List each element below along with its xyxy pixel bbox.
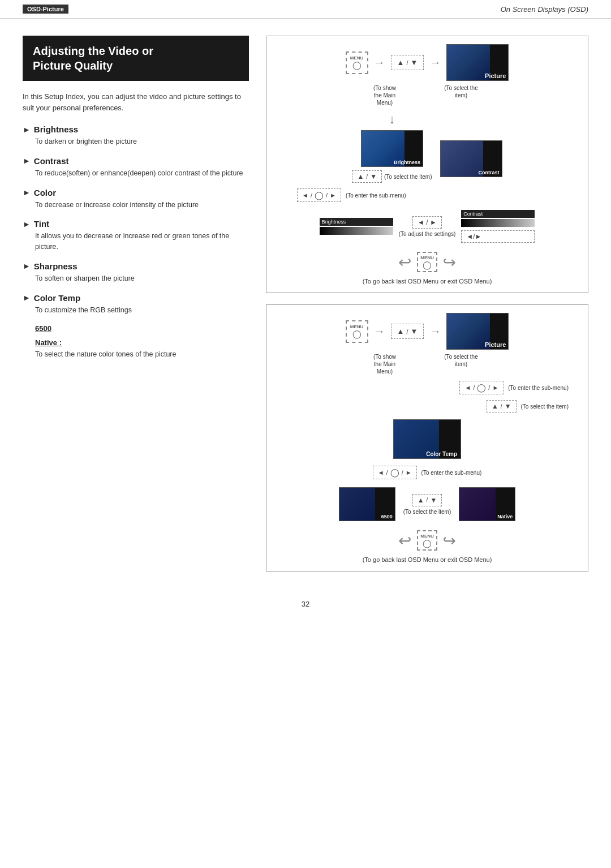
enter-sub-row-d2: ◄/ ◯ /► (To enter the sub-menu) xyxy=(274,381,580,394)
feature-brightness: ► Brightness To darken or brighten the p… xyxy=(23,124,249,147)
diag1-content: MENU ◯ → ▲/▼ → Picture xyxy=(274,44,580,285)
diag1-left-branch: ↓ Brightness ▲/▼ (To select t xyxy=(352,112,432,183)
feature-desc-brightness: To darken or brighten the picture xyxy=(23,136,249,147)
arrow-icon: ► xyxy=(23,125,31,134)
caption-enter-sub: (To enter the sub-menu) xyxy=(346,192,406,199)
feature-heading-color: ► Color xyxy=(23,188,249,197)
screen-native-col: Native xyxy=(459,487,515,521)
header-left: OSD-Picture xyxy=(23,5,68,14)
arrow-right-icon2: → xyxy=(429,56,441,69)
diag2-menu-col: MENU ◯ xyxy=(346,320,368,343)
diag2-content: MENU ◯ → ▲/▼ → Picture xyxy=(274,313,580,563)
feature-color: ► Color To decrease or increase color in… xyxy=(23,188,249,210)
brightness-bar-section: Brightness xyxy=(320,218,393,235)
diag1-captions-row: (To show the Main Menu) (To select the i… xyxy=(274,84,580,106)
feature-tint: ► Tint It allows you to decrease or incr… xyxy=(23,219,249,252)
feature-sharpness: ► Sharpness To soften or sharpen the pic… xyxy=(23,261,249,284)
contrast-bar-section: Contrast ◄ / ► xyxy=(461,210,535,243)
feature-heading-contrast: ► Contrast xyxy=(23,156,249,166)
nav-arrows-box: ▲/▼ xyxy=(391,55,424,70)
lr-arrows2: ◄ / ► xyxy=(461,230,535,243)
contrast-bar-label: Contrast xyxy=(461,210,535,218)
feature-desc-color: To decrease or increase color intensity … xyxy=(23,200,249,210)
diag1-menu-col: MENU ◯ xyxy=(346,51,368,74)
menu-button-icon2: MENU ◯ xyxy=(346,320,368,343)
caption-back: (To go back last OSD Menu or exit OSD Me… xyxy=(274,278,580,285)
feature-heading-color-temp: ► Color Temp xyxy=(23,293,249,303)
arrow-right-d2b: → xyxy=(429,325,441,338)
arrow-icon: ► xyxy=(23,220,31,229)
osd-badge: OSD-Picture xyxy=(23,5,68,14)
diagram-1: MENU ◯ → ▲/▼ → Picture xyxy=(266,36,588,293)
back-row: ↩ MENU ◯ ↩ xyxy=(274,252,580,272)
screen-picture-label: Picture xyxy=(485,72,506,79)
diag1-middle: ↓ Brightness ▲/▼ (To select t xyxy=(274,112,580,183)
feature-heading-sharpness: ► Sharpness xyxy=(23,261,249,271)
arrow-icon: ► xyxy=(23,156,31,165)
screen-color-temp-label: Color Temp xyxy=(426,451,457,457)
arrow-right-d2: → xyxy=(374,325,385,338)
screen-native-d2: Native xyxy=(459,487,515,521)
screen-color-temp: Color Temp xyxy=(393,419,461,459)
native-desc: To select the nature color tones of the … xyxy=(35,349,249,360)
screen-brightness-label: Brightness xyxy=(394,160,420,165)
screen-picture: Picture xyxy=(446,44,509,81)
enter-sub-d2: ◄/ ◯ /► xyxy=(459,381,504,394)
screen-picture-d2: Picture xyxy=(446,313,509,350)
menu-back-btn-d2: MENU ◯ xyxy=(417,530,437,551)
screen-6500-label: 6500 xyxy=(381,514,393,519)
caption-select-d2: (To select the item) xyxy=(441,353,481,368)
feature-desc-color-temp: To customize the RGB settings xyxy=(23,305,249,316)
brightness-bar xyxy=(320,227,393,235)
right-column: MENU ◯ → ▲/▼ → Picture xyxy=(266,36,588,571)
adjust-row: Brightness ◄ / ► (To adjust the settings… xyxy=(274,210,580,243)
caption-select2-d2: (To select the item) xyxy=(521,403,569,410)
enter-sub2-row-d2: ◄/ ◯ /► (To enter the sub-menu) xyxy=(274,466,580,479)
arrow-icon: ► xyxy=(23,188,31,197)
color-options-row: 6500 ▲/▼ (To select the item) xyxy=(274,487,580,521)
arrow-icon: ► xyxy=(23,293,31,302)
caption-back-d2: (To go back last OSD Menu or exit OSD Me… xyxy=(274,556,580,563)
arrow-icon: ► xyxy=(23,261,31,270)
nav-arrows-d2b: ▲/▼ xyxy=(487,400,517,412)
back-arrow-d2: ↩ xyxy=(398,531,411,550)
menu-back-btn: MENU ◯ xyxy=(417,252,437,272)
caption-show-d2: (To show the Main Menu) xyxy=(373,353,396,375)
curved-back-arrow2: ↩ xyxy=(443,253,456,272)
enter-sub-row: ◄/ ◯ /► (To enter the sub-menu) xyxy=(274,188,580,202)
screen-6500-d2: 6500 xyxy=(339,487,395,521)
select-item-row: ▲/▼ (To select the item) xyxy=(352,170,432,183)
curved-back-arrow: ↩ xyxy=(398,253,411,272)
intro-text: In this Setup Index, you can adjust the … xyxy=(23,91,249,113)
feature-desc-sharpness: To soften or sharpen the picture xyxy=(23,273,249,284)
caption-show: (To show the Main Menu) xyxy=(373,84,396,106)
feature-contrast: ► Contrast To reduce(soften) or enhance(… xyxy=(23,156,249,179)
caption-select2: (To select the item) xyxy=(384,174,432,180)
enter-sub-arrows: ◄/ ◯ /► xyxy=(297,188,341,202)
diag1-right-branch: Contrast xyxy=(440,140,502,177)
screen-bg xyxy=(447,45,490,80)
diag1-top-row: MENU ◯ → ▲/▼ → Picture xyxy=(274,44,580,81)
feature-color-temp: ► Color Temp To customize the RGB settin… xyxy=(23,293,249,316)
nav-d2-select: ▲/▼ xyxy=(412,494,442,506)
page-number: 32 xyxy=(0,588,611,614)
diagram-2: MENU ◯ → ▲/▼ → Picture xyxy=(266,304,588,571)
section-title: Adjusting the Video or Picture Quality xyxy=(33,44,239,73)
enter-sub2-d2: ◄/ ◯ /► xyxy=(373,466,417,479)
screen-6500-col: 6500 xyxy=(339,487,395,521)
screen-brightness: Brightness xyxy=(361,130,423,167)
color-temp-sub: 6500 Native : To select the nature color… xyxy=(23,324,249,360)
label-6500: 6500 xyxy=(35,324,249,333)
header-title: On Screen Displays (OSD) xyxy=(501,5,588,14)
contrast-bar xyxy=(461,219,535,227)
left-column: Adjusting the Video or Picture Quality I… xyxy=(23,36,249,571)
screen-native-label: Native xyxy=(497,514,513,519)
caption-select-d2c: (To select the item) xyxy=(403,509,451,515)
color-temp-screen-row: Color Temp xyxy=(274,419,580,459)
native-section: Native : To select the nature color tone… xyxy=(35,338,249,360)
back-row-d2: ↩ MENU ◯ ↩ xyxy=(274,530,580,551)
down-arrow1: ↓ xyxy=(389,112,395,127)
select-item-row-d2: ▲/▼ (To select the item) xyxy=(274,400,580,412)
feature-heading-tint: ► Tint xyxy=(23,219,249,229)
screen-contrast: Contrast xyxy=(440,140,502,177)
